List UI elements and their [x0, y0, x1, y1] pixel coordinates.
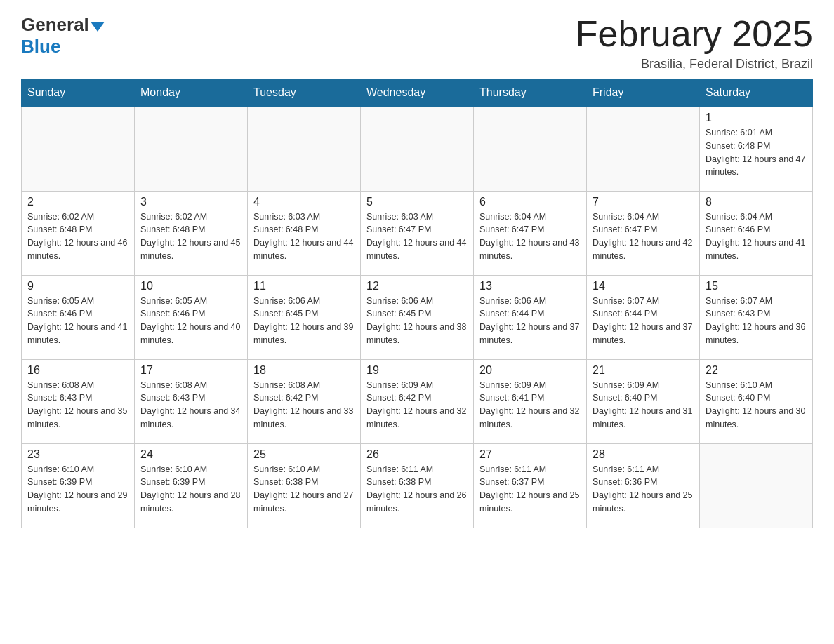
day-info: Sunrise: 6:06 AMSunset: 6:45 PMDaylight:…: [253, 295, 355, 347]
day-info: Sunrise: 6:07 AMSunset: 6:44 PMDaylight:…: [593, 295, 694, 347]
day-number: 10: [140, 280, 241, 293]
table-row: 19Sunrise: 6:09 AMSunset: 6:42 PMDayligh…: [361, 359, 474, 443]
days-of-week-row: SundayMondayTuesdayWednesdayThursdayFrid…: [22, 79, 813, 107]
day-number: 24: [140, 448, 241, 461]
calendar-header: SundayMondayTuesdayWednesdayThursdayFrid…: [22, 79, 813, 107]
day-header-saturday: Saturday: [700, 79, 813, 107]
calendar-week-4: 16Sunrise: 6:08 AMSunset: 6:43 PMDayligh…: [22, 359, 813, 443]
day-header-tuesday: Tuesday: [248, 79, 361, 107]
day-number: 28: [593, 448, 694, 461]
calendar-week-2: 2Sunrise: 6:02 AMSunset: 6:48 PMDaylight…: [22, 191, 813, 275]
table-row: 24Sunrise: 6:10 AMSunset: 6:39 PMDayligh…: [135, 443, 248, 528]
table-row: 25Sunrise: 6:10 AMSunset: 6:38 PMDayligh…: [248, 443, 361, 528]
day-number: 22: [706, 364, 807, 377]
table-row: 27Sunrise: 6:11 AMSunset: 6:37 PMDayligh…: [474, 443, 587, 528]
day-number: 15: [706, 280, 807, 293]
day-number: 9: [27, 280, 128, 293]
table-row: 7Sunrise: 6:04 AMSunset: 6:47 PMDaylight…: [587, 191, 700, 275]
day-number: 2: [27, 196, 128, 208]
header: General Blue February 2025 Brasilia, Fed…: [21, 14, 813, 72]
day-info: Sunrise: 6:10 AMSunset: 6:39 PMDaylight:…: [27, 463, 128, 516]
location-subtitle: Brasilia, Federal District, Brazil: [576, 57, 813, 72]
day-number: 11: [253, 280, 355, 293]
day-info: Sunrise: 6:06 AMSunset: 6:44 PMDaylight:…: [479, 295, 581, 347]
day-number: 4: [253, 196, 355, 208]
table-row: 18Sunrise: 6:08 AMSunset: 6:42 PMDayligh…: [248, 359, 361, 443]
day-number: 8: [706, 196, 807, 208]
day-number: 7: [593, 196, 694, 208]
day-info: Sunrise: 6:09 AMSunset: 6:40 PMDaylight:…: [593, 379, 694, 431]
table-row: 21Sunrise: 6:09 AMSunset: 6:40 PMDayligh…: [587, 359, 700, 443]
day-info: Sunrise: 6:05 AMSunset: 6:46 PMDaylight:…: [27, 295, 128, 347]
day-info: Sunrise: 6:08 AMSunset: 6:43 PMDaylight:…: [27, 379, 128, 431]
table-row: 28Sunrise: 6:11 AMSunset: 6:36 PMDayligh…: [587, 443, 700, 528]
day-number: 5: [366, 196, 468, 208]
table-row: 6Sunrise: 6:04 AMSunset: 6:47 PMDaylight…: [474, 191, 587, 275]
logo: General: [21, 14, 105, 36]
calendar-week-1: 1Sunrise: 6:01 AMSunset: 6:48 PMDaylight…: [22, 107, 813, 191]
day-number: 6: [479, 196, 581, 208]
calendar-body: 1Sunrise: 6:01 AMSunset: 6:48 PMDaylight…: [22, 107, 813, 528]
day-header-monday: Monday: [135, 79, 248, 107]
day-number: 21: [593, 364, 694, 377]
table-row: 26Sunrise: 6:11 AMSunset: 6:38 PMDayligh…: [361, 443, 474, 528]
calendar-table: SundayMondayTuesdayWednesdayThursdayFrid…: [21, 79, 813, 528]
table-row: 11Sunrise: 6:06 AMSunset: 6:45 PMDayligh…: [248, 275, 361, 359]
day-info: Sunrise: 6:09 AMSunset: 6:42 PMDaylight:…: [366, 379, 468, 431]
logo-triangle-icon: [91, 22, 105, 32]
day-info: Sunrise: 6:11 AMSunset: 6:36 PMDaylight:…: [593, 463, 694, 516]
table-row: 16Sunrise: 6:08 AMSunset: 6:43 PMDayligh…: [22, 359, 135, 443]
logo-general: General: [21, 14, 89, 35]
table-row: [700, 443, 813, 528]
calendar-week-5: 23Sunrise: 6:10 AMSunset: 6:39 PMDayligh…: [22, 443, 813, 528]
day-info: Sunrise: 6:10 AMSunset: 6:38 PMDaylight:…: [253, 463, 355, 516]
day-info: Sunrise: 6:09 AMSunset: 6:41 PMDaylight:…: [479, 379, 581, 431]
day-number: 27: [479, 448, 581, 461]
table-row: 22Sunrise: 6:10 AMSunset: 6:40 PMDayligh…: [700, 359, 813, 443]
day-header-wednesday: Wednesday: [361, 79, 474, 107]
table-row: 17Sunrise: 6:08 AMSunset: 6:43 PMDayligh…: [135, 359, 248, 443]
table-row: 8Sunrise: 6:04 AMSunset: 6:46 PMDaylight…: [700, 191, 813, 275]
day-number: 20: [479, 364, 581, 377]
day-info: Sunrise: 6:04 AMSunset: 6:47 PMDaylight:…: [479, 210, 581, 263]
day-info: Sunrise: 6:03 AMSunset: 6:47 PMDaylight:…: [366, 210, 468, 263]
table-row: 12Sunrise: 6:06 AMSunset: 6:45 PMDayligh…: [361, 275, 474, 359]
day-number: 3: [140, 196, 241, 208]
day-info: Sunrise: 6:08 AMSunset: 6:42 PMDaylight:…: [253, 379, 355, 431]
day-number: 19: [366, 364, 468, 377]
logo-area: General Blue: [21, 14, 105, 58]
day-info: Sunrise: 6:10 AMSunset: 6:40 PMDaylight:…: [706, 379, 807, 431]
month-title: February 2025: [576, 14, 813, 54]
table-row: 14Sunrise: 6:07 AMSunset: 6:44 PMDayligh…: [587, 275, 700, 359]
day-info: Sunrise: 6:10 AMSunset: 6:39 PMDaylight:…: [140, 463, 241, 516]
logo-blue: Blue: [21, 36, 60, 57]
table-row: [135, 107, 248, 191]
day-info: Sunrise: 6:07 AMSunset: 6:43 PMDaylight:…: [706, 295, 807, 347]
table-row: 10Sunrise: 6:05 AMSunset: 6:46 PMDayligh…: [135, 275, 248, 359]
day-info: Sunrise: 6:06 AMSunset: 6:45 PMDaylight:…: [366, 295, 468, 347]
table-row: [587, 107, 700, 191]
day-number: 14: [593, 280, 694, 293]
day-info: Sunrise: 6:02 AMSunset: 6:48 PMDaylight:…: [27, 210, 128, 263]
table-row: 5Sunrise: 6:03 AMSunset: 6:47 PMDaylight…: [361, 191, 474, 275]
table-row: 13Sunrise: 6:06 AMSunset: 6:44 PMDayligh…: [474, 275, 587, 359]
table-row: [474, 107, 587, 191]
table-row: 15Sunrise: 6:07 AMSunset: 6:43 PMDayligh…: [700, 275, 813, 359]
day-info: Sunrise: 6:03 AMSunset: 6:48 PMDaylight:…: [253, 210, 355, 263]
table-row: 20Sunrise: 6:09 AMSunset: 6:41 PMDayligh…: [474, 359, 587, 443]
table-row: 9Sunrise: 6:05 AMSunset: 6:46 PMDaylight…: [22, 275, 135, 359]
title-area: February 2025 Brasilia, Federal District…: [576, 14, 813, 72]
table-row: 1Sunrise: 6:01 AMSunset: 6:48 PMDaylight…: [700, 107, 813, 191]
day-number: 25: [253, 448, 355, 461]
day-number: 1: [706, 112, 807, 124]
day-number: 23: [27, 448, 128, 461]
table-row: [248, 107, 361, 191]
day-info: Sunrise: 6:04 AMSunset: 6:47 PMDaylight:…: [593, 210, 694, 263]
day-info: Sunrise: 6:11 AMSunset: 6:37 PMDaylight:…: [479, 463, 581, 516]
table-row: 23Sunrise: 6:10 AMSunset: 6:39 PMDayligh…: [22, 443, 135, 528]
table-row: 2Sunrise: 6:02 AMSunset: 6:48 PMDaylight…: [22, 191, 135, 275]
day-number: 16: [27, 364, 128, 377]
day-header-friday: Friday: [587, 79, 700, 107]
day-info: Sunrise: 6:08 AMSunset: 6:43 PMDaylight:…: [140, 379, 241, 431]
day-info: Sunrise: 6:01 AMSunset: 6:48 PMDaylight:…: [706, 126, 807, 179]
